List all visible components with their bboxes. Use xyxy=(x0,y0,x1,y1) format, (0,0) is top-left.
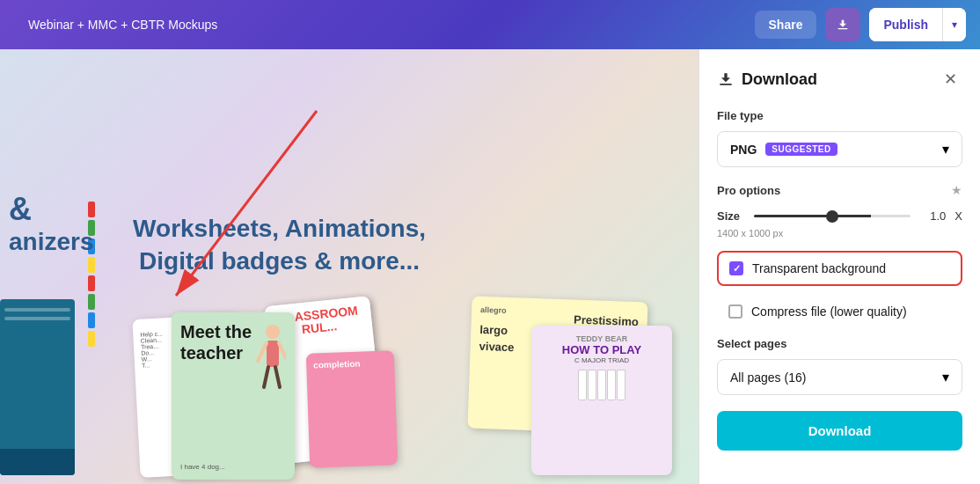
publish-button-group: Publish ▾ xyxy=(869,8,966,41)
pages-chevron-icon: ▾ xyxy=(942,369,949,385)
close-panel-button[interactable]: ✕ xyxy=(938,67,962,92)
header-title: Webinar + MMC + CBTR Mockups xyxy=(28,18,217,32)
transparent-bg-checkbox[interactable]: ✓ xyxy=(729,261,743,275)
size-slider[interactable] xyxy=(754,215,911,217)
download-icon-button[interactable] xyxy=(825,8,860,41)
close-icon: ✕ xyxy=(944,70,957,89)
key-white-1 xyxy=(578,370,587,400)
card-teddy-label: TEDDY BEAR xyxy=(540,334,663,343)
pages-value: All pages (16) xyxy=(730,370,806,385)
share-button[interactable]: Share xyxy=(755,11,817,39)
svg-line-2 xyxy=(258,343,267,361)
transparent-bg-row[interactable]: ✓ Transparent background xyxy=(717,251,962,286)
compress-row[interactable]: Compress file (lower quality) xyxy=(717,295,962,328)
star-icon: ★ xyxy=(951,183,962,197)
piano-keys xyxy=(540,370,663,400)
compress-label: Compress file (lower quality) xyxy=(751,304,907,319)
size-dimensions: 1400 x 1000 px xyxy=(717,228,962,238)
size-value: 1.0 xyxy=(919,209,946,223)
pro-options-label: Pro options xyxy=(717,184,780,197)
card-pink-text: completion xyxy=(306,350,395,377)
publish-chevron-button[interactable]: ▾ xyxy=(942,8,966,41)
size-row: Size 1.0 X xyxy=(717,209,962,223)
download-main-button[interactable]: Download xyxy=(717,411,962,451)
canvas-left-text: & anizers xyxy=(9,191,94,256)
svg-line-3 xyxy=(279,343,286,358)
file-type-chevron-icon: ▾ xyxy=(942,141,949,158)
check-icon: ✓ xyxy=(733,264,741,274)
select-pages-label: Select pages xyxy=(717,337,962,350)
size-label: Size xyxy=(717,209,745,223)
card-collection: MRS. GOMEZ 5 GRADE • CLASS CLASSROOM RUL… xyxy=(0,255,698,484)
svg-line-5 xyxy=(275,367,280,387)
size-unit: X xyxy=(954,209,962,223)
card-howto-subtitle: C MAJOR TRIAD xyxy=(540,356,663,364)
teacher-figure xyxy=(242,321,286,392)
publish-main-button[interactable]: Publish xyxy=(869,8,942,41)
key-white-2 xyxy=(588,370,596,400)
file-type-label: File type xyxy=(717,109,962,122)
header: Webinar + MMC + CBTR Mockups Share Publi… xyxy=(0,0,980,49)
panel-title: Download xyxy=(717,70,817,89)
card-meet-sub: I have 4 dog... xyxy=(180,463,225,471)
file-type-dropdown[interactable]: PNG SUGGESTED ▾ xyxy=(717,131,962,167)
pages-dropdown[interactable]: All pages (16) ▾ xyxy=(717,359,962,395)
key-white-3 xyxy=(597,370,606,400)
svg-point-0 xyxy=(266,325,280,339)
transparent-bg-label: Transparent background xyxy=(752,261,886,275)
download-panel-icon xyxy=(717,70,735,88)
canvas-organizers-text: anizers xyxy=(9,228,94,256)
download-icon xyxy=(836,17,850,33)
key-white-5 xyxy=(617,370,625,400)
panel-header: Download ✕ xyxy=(717,67,962,92)
side-panel: Download ✕ File type PNG SUGGESTED ▾ Pro… xyxy=(698,49,980,484)
suggested-badge: SUGGESTED xyxy=(765,143,837,156)
card-howto: TEDDY BEAR HOW TO PLAY C MAJOR TRIAD xyxy=(531,326,672,475)
card-howto-title: HOW TO PLAY xyxy=(540,343,663,356)
file-type-value: PNG xyxy=(730,143,757,157)
svg-line-4 xyxy=(264,367,268,387)
canvas-area: & anizers Worksheets, Animations, Digita… xyxy=(0,49,698,484)
key-white-4 xyxy=(607,370,616,400)
compress-checkbox[interactable] xyxy=(728,304,742,319)
chevron-down-icon: ▾ xyxy=(952,18,957,31)
file-type-left: PNG SUGGESTED xyxy=(730,143,837,157)
pro-options-header: Pro options ★ xyxy=(717,183,962,197)
canvas-amp-text: & xyxy=(9,191,94,228)
card-pink: completion xyxy=(306,350,398,467)
card-meet-teacher: Meet the teacher I have 4 dog... xyxy=(172,312,295,480)
svg-rect-1 xyxy=(267,341,279,367)
